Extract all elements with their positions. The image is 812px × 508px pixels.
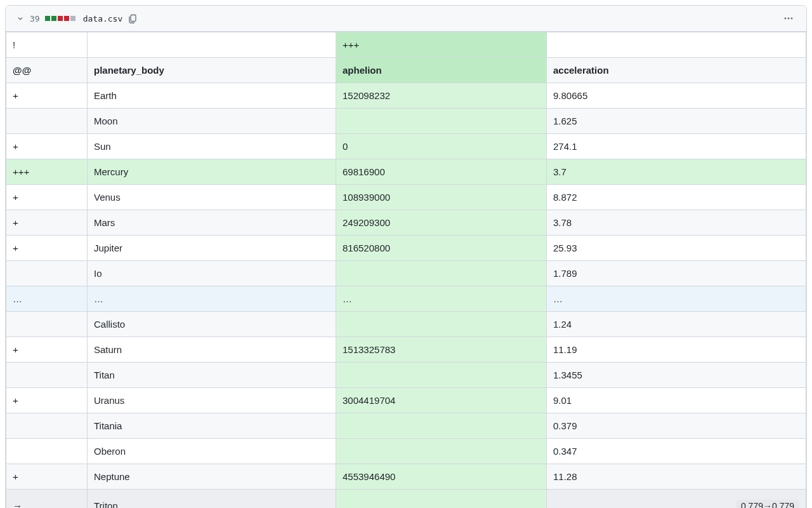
cell-aphelion: 3004419704 (336, 388, 547, 413)
value-change-pill: 0.779→0.779 (736, 500, 799, 509)
cell-planetary-body: Sun (88, 134, 336, 159)
cell-acceleration: 0.379 (547, 413, 806, 439)
diff-square-added (45, 16, 50, 21)
table-row: Callisto1.24 (6, 312, 806, 337)
cell-acceleration: 3.78 (547, 210, 806, 236)
table-row-partial: →Triton0.779→0.779 (6, 490, 806, 509)
table-row: Oberon0.347 (6, 439, 806, 464)
column-header-row: @@ planetary_body aphelion acceleration (6, 58, 806, 83)
diff-marker: + (6, 210, 88, 236)
cell-acceleration: … (547, 286, 806, 312)
changed-lines-count: 39 (30, 14, 40, 23)
cell-aphelion (336, 413, 547, 439)
diff-marker: + (6, 464, 88, 490)
diff-marker: → (6, 490, 88, 509)
cell-planetary-body: Saturn (88, 337, 336, 363)
table-row: ………… (6, 286, 806, 312)
cell-acceleration: 9.01 (547, 388, 806, 413)
cell-aphelion: 152098232 (336, 83, 547, 109)
diff-marker: + (6, 236, 88, 261)
cell-planetary-body: Earth (88, 83, 336, 109)
cell-planetary-body: Titan (88, 363, 336, 388)
cell-acceleration: 1.24 (547, 312, 806, 337)
cell-aphelion: 69816900 (336, 159, 547, 185)
cell-aphelion (336, 490, 547, 509)
cell-acceleration: 274.1 (547, 134, 806, 159)
table-row: +Venus1089390008.872 (6, 185, 806, 210)
column-marker-row: ! +++ (6, 32, 806, 58)
table-row: Titania0.379 (6, 413, 806, 439)
diff-marker (6, 363, 88, 388)
file-name[interactable]: data.csv (83, 14, 123, 23)
cell-planetary-body: Mercury (88, 159, 336, 185)
copy-path-icon[interactable] (128, 13, 138, 23)
diff-square-deleted (58, 16, 63, 21)
cell-acceleration: 25.93 (547, 236, 806, 261)
kebab-menu-icon[interactable] (781, 11, 796, 26)
table-row: +Sun0274.1 (6, 134, 806, 159)
cell-added-column: +++ (336, 32, 547, 58)
diff-marker: +++ (6, 159, 88, 185)
cell-planetary-body: Titania (88, 413, 336, 439)
cell-acceleration: 0.779→0.779 (547, 490, 806, 509)
table-row: +Uranus30044197049.01 (6, 388, 806, 413)
cell-planetary-body: Uranus (88, 388, 336, 413)
cell (547, 32, 806, 58)
cell-acceleration: 1.625 (547, 109, 806, 134)
cell-aphelion (336, 312, 547, 337)
svg-point-3 (791, 18, 793, 20)
diff-square-neutral (70, 16, 75, 21)
cell-aphelion: 0 (336, 134, 547, 159)
cell-acceleration: 11.28 (547, 464, 806, 490)
table-row: Titan1.3455 (6, 363, 806, 388)
table-row: Io1.789 (6, 261, 806, 286)
cell-planetary-body: Callisto (88, 312, 336, 337)
cell-aphelion: … (336, 286, 547, 312)
cell-planetary-body: … (88, 286, 336, 312)
cell-aphelion: 1513325783 (336, 337, 547, 363)
cell-acceleration: 8.872 (547, 185, 806, 210)
diff-marker: + (6, 83, 88, 109)
cell-planetary-body: Moon (88, 109, 336, 134)
diff-table: ! +++ @@ planetary_body aphelion acceler… (6, 32, 806, 508)
column-header-body: planetary_body (88, 58, 336, 83)
cell-aphelion: 249209300 (336, 210, 547, 236)
diff-square-added (51, 16, 56, 21)
diff-marker: … (6, 286, 88, 312)
diff-marker: + (6, 388, 88, 413)
cell-aphelion (336, 439, 547, 464)
hunk-marker: @@ (6, 58, 88, 83)
cell-planetary-body: Oberon (88, 439, 336, 464)
diff-square-deleted (64, 16, 69, 21)
svg-rect-0 (131, 15, 136, 22)
cell-aphelion (336, 261, 547, 286)
diff-marker: + (6, 337, 88, 363)
cell-acceleration: 11.19 (547, 337, 806, 363)
diff-marker (6, 109, 88, 134)
cell (88, 32, 336, 58)
diff-marker: + (6, 134, 88, 159)
svg-point-1 (785, 18, 787, 20)
file-header: 39 data.csv (6, 6, 806, 32)
cell-acceleration: 1.3455 (547, 363, 806, 388)
column-header-acceleration: acceleration (547, 58, 806, 83)
cell-aphelion (336, 109, 547, 134)
cell-planetary-body: Venus (88, 185, 336, 210)
chevron-down-icon[interactable] (16, 14, 25, 23)
diff-file-card: 39 data.csv ! +++ @@ planet (5, 5, 807, 508)
table-row: +Jupiter81652080025.93 (6, 236, 806, 261)
cell-aphelion: 816520800 (336, 236, 547, 261)
cell-planetary-body: Io (88, 261, 336, 286)
table-row: Moon1.625 (6, 109, 806, 134)
cell-planetary-body: Neptune (88, 464, 336, 490)
diff-marker (6, 261, 88, 286)
cell-aphelion: 4553946490 (336, 464, 547, 490)
cell-acceleration: 0.347 (547, 439, 806, 464)
table-row: +Neptune455394649011.28 (6, 464, 806, 490)
column-header-aphelion: aphelion (336, 58, 547, 83)
cell-aphelion: 108939000 (336, 185, 547, 210)
cell-planetary-body: Mars (88, 210, 336, 236)
cell-acceleration: 9.80665 (547, 83, 806, 109)
diff-marker: + (6, 185, 88, 210)
table-row: +Saturn151332578311.19 (6, 337, 806, 363)
